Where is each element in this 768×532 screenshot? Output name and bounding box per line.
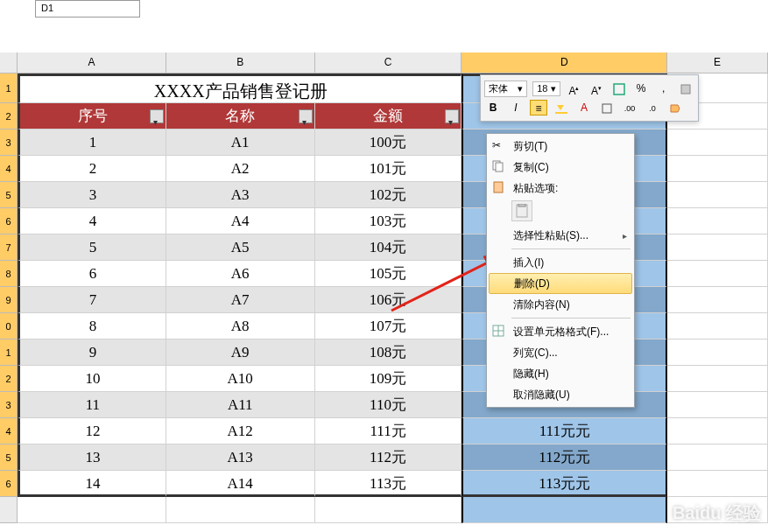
cell-seq[interactable]: 8	[18, 313, 166, 340]
cell-E[interactable]	[667, 313, 768, 340]
comma-icon[interactable]: ,	[655, 80, 673, 96]
percent-icon[interactable]: %	[632, 80, 650, 96]
cell-amount[interactable]: 111元	[315, 418, 462, 444]
italic-icon[interactable]: I	[507, 100, 525, 116]
cell-seq[interactable]: 2	[18, 156, 166, 182]
cell-seq[interactable]: 3	[18, 182, 166, 208]
cell[interactable]	[315, 497, 462, 523]
row-header[interactable]: 3	[0, 392, 18, 418]
cell-E[interactable]	[667, 287, 768, 313]
cell-seq[interactable]: 11	[18, 392, 166, 418]
decrease-decimal-icon[interactable]: .0	[644, 100, 661, 116]
cell-E[interactable]	[667, 156, 768, 182]
cell-name[interactable]: A14	[166, 471, 315, 497]
cell-E[interactable]	[667, 130, 768, 156]
cell-seq[interactable]: 6	[18, 261, 166, 287]
col-header-B[interactable]: B	[166, 52, 315, 74]
cell-amount[interactable]: 102元	[315, 182, 462, 208]
cell-E[interactable]	[667, 366, 768, 392]
cell-name[interactable]: A11	[166, 392, 315, 418]
cell-name[interactable]: A2	[166, 156, 315, 182]
menu-clear-contents[interactable]: 清除内容(N)	[487, 294, 634, 315]
cell-name[interactable]: A7	[166, 287, 315, 313]
cell-seq[interactable]: 13	[18, 444, 166, 471]
menu-delete[interactable]: 删除(D)	[489, 273, 632, 294]
name-box[interactable]: D1	[35, 0, 140, 18]
cell-seq[interactable]: 10	[18, 366, 166, 392]
cell-seq[interactable]: 1	[18, 130, 166, 156]
cell-amount[interactable]: 112元	[315, 444, 462, 471]
paste-option-button[interactable]	[511, 200, 532, 221]
cell-name[interactable]: A9	[166, 340, 315, 366]
cell-E[interactable]	[667, 182, 768, 208]
cell-amount[interactable]: 100元	[315, 130, 462, 156]
cell-name[interactable]: A3	[166, 182, 315, 208]
cell-E[interactable]	[667, 234, 768, 261]
cell-seq[interactable]: 9	[18, 340, 166, 366]
increase-decimal-icon[interactable]: .00	[621, 100, 638, 116]
row-header[interactable]: 1	[0, 340, 18, 366]
cell-amount[interactable]: 108元	[315, 340, 462, 366]
align-center-icon[interactable]: ≡	[530, 100, 547, 116]
cell-seq[interactable]: 7	[18, 287, 166, 313]
cell-E[interactable]	[667, 261, 768, 287]
row-header[interactable]: 0	[0, 313, 18, 340]
format-icon[interactable]	[677, 80, 694, 96]
row-header[interactable]: 9	[0, 287, 18, 313]
cell-amount[interactable]: 105元	[315, 261, 462, 287]
col-header-C[interactable]: C	[315, 52, 462, 74]
cell-E[interactable]	[667, 444, 768, 471]
cell-name[interactable]: A10	[166, 366, 315, 392]
cell-seq[interactable]: 14	[18, 471, 166, 497]
row-header[interactable]: 6	[0, 208, 18, 234]
cell-name[interactable]: A4	[166, 208, 315, 234]
cell-E[interactable]	[667, 340, 768, 366]
cell-seq[interactable]: 12	[18, 418, 166, 444]
fill-color-icon[interactable]	[553, 100, 570, 116]
row-header[interactable]: 3	[0, 130, 18, 156]
row-header[interactable]: 8	[0, 261, 18, 287]
col-header-A[interactable]: A	[18, 52, 166, 74]
row-header[interactable]: 5	[0, 182, 18, 208]
cell-seq[interactable]: 4	[18, 208, 166, 234]
cell-E[interactable]	[667, 392, 768, 418]
row-header[interactable]: 7	[0, 234, 18, 261]
row-header-2[interactable]: 2	[0, 103, 18, 130]
cell-name[interactable]: A1	[166, 130, 315, 156]
menu-format-cells[interactable]: 设置单元格格式(F)...	[487, 321, 634, 342]
cell[interactable]	[166, 497, 315, 523]
row-header[interactable]: 5	[0, 444, 18, 471]
row-header[interactable]	[0, 497, 18, 523]
cell-amount[interactable]: 107元	[315, 313, 462, 340]
cell[interactable]	[18, 497, 166, 523]
menu-unhide[interactable]: 取消隐藏(U)	[487, 384, 634, 405]
title-cell[interactable]: XXXX产品销售登记册	[18, 74, 462, 103]
cell-amount[interactable]: 103元	[315, 208, 462, 234]
cell-D[interactable]: 111元元	[462, 418, 667, 444]
cell-name[interactable]: A5	[166, 234, 315, 261]
filter-dropdown-icon[interactable]	[150, 109, 164, 123]
col-header-E[interactable]: E	[667, 52, 768, 74]
header-name[interactable]: 名称	[166, 103, 315, 130]
bold-icon[interactable]: B	[484, 100, 502, 116]
menu-paste-special[interactable]: 选择性粘贴(S)...	[487, 225, 634, 246]
cell-name[interactable]: A8	[166, 313, 315, 340]
cell-amount[interactable]: 110元	[315, 392, 462, 418]
cell-amount[interactable]: 109元	[315, 366, 462, 392]
cell-name[interactable]: A6	[166, 261, 315, 287]
col-header-D[interactable]: D	[462, 52, 667, 74]
accounting-format-icon[interactable]	[610, 80, 628, 96]
row-header[interactable]: 4	[0, 418, 18, 444]
cell-D[interactable]: 112元元	[462, 444, 667, 471]
menu-hide[interactable]: 隐藏(H)	[487, 363, 634, 384]
cell-amount[interactable]: 104元	[315, 234, 462, 261]
row-header[interactable]: 4	[0, 156, 18, 182]
header-amount[interactable]: 金额	[315, 103, 462, 130]
font-color-icon[interactable]: A	[575, 100, 593, 116]
cell[interactable]	[462, 497, 667, 523]
row-header-1[interactable]: 1	[0, 74, 18, 103]
border-icon[interactable]	[598, 100, 616, 116]
decrease-font-icon[interactable]: A▾	[588, 80, 605, 96]
filter-dropdown-icon[interactable]	[299, 109, 313, 123]
format-painter-icon[interactable]	[666, 100, 684, 116]
